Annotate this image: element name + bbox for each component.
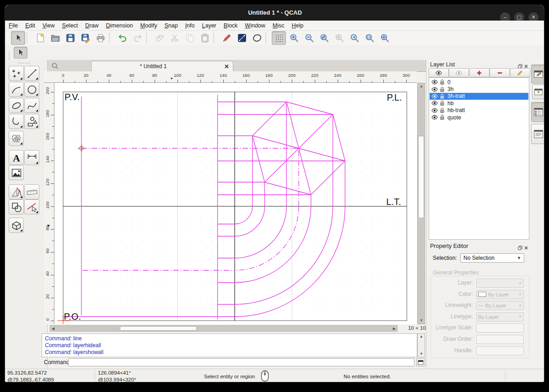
menu-layer[interactable]: Layer [199,21,220,31]
undo-button[interactable] [115,31,129,45]
hatch-tool-button[interactable] [9,131,24,146]
layer-row-hb-tratt[interactable]: hb-tratt [430,107,528,114]
menu-file[interactable]: File [5,21,22,31]
remove-layer-button[interactable] [490,68,510,77]
trim-tool-button[interactable] [24,199,39,215]
selection-tool-option-button[interactable] [14,47,27,59]
selection-filter-toggle[interactable] [532,85,544,99]
hscroll-thumb[interactable] [120,326,197,331]
layer-row-0[interactable]: 0 [430,79,528,86]
open-file-button[interactable] [48,31,62,45]
pe-field-linetypescale[interactable] [476,323,524,333]
layer-visibility-icon [431,115,438,120]
add-layer-button[interactable] [469,68,490,77]
layer-row-3h-tratt[interactable]: 3h-tratt [430,93,528,100]
redo-button[interactable] [130,31,145,45]
box3d-tool-button[interactable] [9,218,24,233]
layer-row-quote[interactable]: quote [430,114,528,121]
pe-field-color[interactable]: By Layer▼ [476,290,524,299]
menu-dimension[interactable]: Dimension [102,21,137,31]
scroll-left-icon[interactable]: ◀ [52,327,54,331]
line-swatch-button[interactable] [235,31,249,45]
pe-field-lineweight[interactable]: By Layer▼ [476,301,524,310]
grid-toggle-button[interactable] [272,31,286,45]
tab-close-icon[interactable]: ✕ [224,63,229,71]
save-button[interactable] [63,31,77,45]
draw-tools-tool-button[interactable] [9,184,24,199]
menu-draw[interactable]: Draw [81,21,102,31]
zoom-window-button[interactable] [362,31,377,45]
menu-help[interactable]: Help [288,21,307,31]
pe-float-icon[interactable] [518,244,523,249]
ellipse-icon [11,100,22,112]
console-toggle-button[interactable] [416,358,425,366]
menu-edit[interactable]: Edit [22,21,39,31]
drawing-canvas[interactable]: P.V.P.L.L.T.P.O. [54,83,417,324]
hruler-tick [109,80,109,83]
pe-field-linetype[interactable]: By Layer▼ [476,312,524,322]
copy-button[interactable] [183,31,197,45]
menu-block[interactable]: Block [220,21,242,31]
polyline-tool-button[interactable] [9,114,24,129]
block-list-toggle[interactable] [531,124,544,144]
modify-tool-button[interactable] [9,199,24,215]
selection-tool-button[interactable] [11,31,25,45]
menu-window[interactable]: Window [241,21,269,31]
spline-tool-button[interactable] [24,98,39,113]
vscroll-thumb[interactable] [418,136,424,218]
canvas-hscrollbar[interactable]: ◀ ▶ [50,325,398,332]
auto-zoom-button[interactable] [317,31,331,45]
layer-row-3h[interactable]: 3h [430,86,528,92]
image-tool-button[interactable] [9,165,24,180]
zoom-auto-icon [319,33,329,43]
command-history[interactable]: Command: lineCommand: layerhideallComman… [42,333,417,357]
menu-modify[interactable]: Modify [137,21,161,31]
menu-snap[interactable]: Snap [161,21,181,31]
dimension-tool-button[interactable] [24,150,39,165]
pan-button[interactable] [377,31,392,45]
menu-info[interactable]: Info [182,21,199,31]
print-button[interactable] [93,31,108,45]
ellipse-swatch-button[interactable] [250,31,264,45]
arc-tool-button[interactable] [9,82,24,97]
scroll-right-icon[interactable]: ▶ [393,327,396,331]
pe-field-layer[interactable]: ▼ [476,279,524,288]
show-all-layers-button[interactable] [429,68,449,77]
tab-untitled-1[interactable]: * Untitled 1 ✕ [91,61,233,72]
property-editor-toggle[interactable] [531,64,544,84]
paste-button[interactable] [198,31,212,45]
cut-button[interactable] [167,31,182,45]
hide-all-layers-button[interactable] [449,68,469,77]
menu-view[interactable]: View [39,21,59,31]
layer-panel-float-icon[interactable] [518,62,523,67]
points-tool-button[interactable] [9,66,24,81]
menu-select[interactable]: Select [59,21,82,31]
zoom-out-button[interactable] [302,31,316,45]
canvas-vscrollbar[interactable]: ▲ ▼ [417,83,425,324]
selection-combobox[interactable]: No Selection ▼ [460,253,524,263]
title-bar[interactable]: Untitled 1 * - QCAD – ▢ ✕ [5,5,544,21]
new-file-button[interactable] [33,31,47,45]
pe-field-draworder[interactable] [476,335,524,344]
shapes-tool-button[interactable] [24,114,39,129]
attach-button[interactable] [152,31,167,45]
layer-list-toggle[interactable] [531,102,544,122]
ellipse-tool-button[interactable] [9,98,24,113]
pe-field-handle[interactable] [476,346,524,355]
zoom-in-button[interactable] [287,31,301,45]
edit-layer-button[interactable] [510,68,530,77]
line-tool-button[interactable] [24,66,39,81]
circle-tool-button[interactable] [24,82,39,97]
drawing-preferences-button[interactable] [220,31,234,45]
menu-misc[interactable]: Misc [269,21,288,31]
text-tool-button[interactable]: A [9,150,24,165]
command-input[interactable] [68,358,414,366]
pe-close-icon[interactable] [524,244,529,249]
zoom-in-alt-button[interactable] [332,31,346,45]
layer-row-hb[interactable]: hb [430,100,528,107]
save-as-button[interactable] [78,31,92,45]
scroll-up-icon[interactable]: ▲ [420,84,423,89]
previous-view-button[interactable] [347,31,361,45]
layer-panel-close-icon[interactable] [524,62,529,67]
measure-tool-button[interactable] [24,184,39,199]
